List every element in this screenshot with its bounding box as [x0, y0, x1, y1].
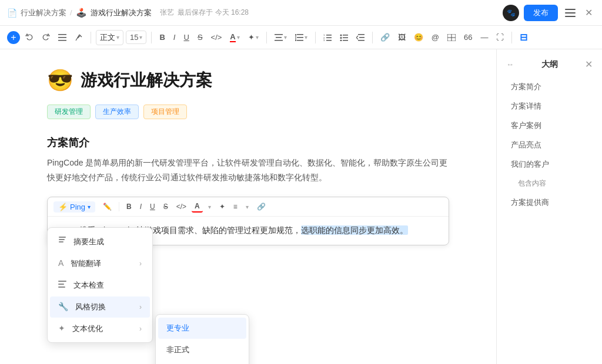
submenu-item-informal[interactable]: 非正式 [158, 339, 246, 360]
svg-rect-31 [59, 239, 65, 240]
inline-align-arrow[interactable]: ▾ [243, 203, 252, 211]
at-button[interactable]: @ [429, 31, 442, 43]
menu-item-style[interactable]: 🔧 风格切换 › [50, 296, 150, 318]
redo-button[interactable] [39, 32, 53, 43]
inline-more[interactable]: ✦ [216, 201, 228, 212]
sidebar-item-provider[interactable]: 方案提供商 [501, 193, 597, 212]
inline-align[interactable]: ≡ [230, 201, 240, 212]
svg-rect-9 [297, 34, 303, 35]
inline-editor-container: ⚡ Ping ▾ ✏️ B I U S </> A ▾ ✦ ≡ ▾ [47, 197, 449, 245]
doc-emoji: 🕹️ [76, 8, 87, 18]
menu-item-translate[interactable]: A 智能翻译 › [50, 253, 150, 274]
inline-underline[interactable]: U [147, 201, 158, 212]
title-bar-right: 🐾 发布 ✕ [503, 5, 595, 21]
emoji-button[interactable]: 😊 [411, 31, 426, 43]
svg-rect-5 [58, 40, 66, 41]
inline-strike[interactable]: S [160, 201, 171, 212]
avatar-icon[interactable]: 🐾 [503, 5, 519, 21]
tag-project[interactable]: 项目管理 [143, 105, 187, 119]
section-title: 方案简介 [47, 136, 449, 150]
tag-productivity[interactable]: 生产效率 [95, 105, 139, 119]
clear-format-button[interactable] [72, 32, 86, 43]
close-button[interactable]: ✕ [583, 5, 595, 21]
image-button[interactable]: 🖼 [395, 31, 409, 43]
svg-rect-18 [343, 35, 348, 36]
sidebar-item-detail[interactable]: 方案详情 [501, 97, 597, 116]
table-button[interactable] [444, 32, 459, 43]
inline-pencil[interactable]: ✏️ [100, 201, 115, 212]
menu-icon[interactable] [563, 6, 578, 19]
inline-brand[interactable]: ⚡ Ping ▾ [53, 201, 95, 213]
inline-code[interactable]: </> [173, 201, 189, 212]
inline-link[interactable]: 🔗 [254, 201, 269, 212]
svg-rect-14 [326, 40, 332, 41]
svg-rect-13 [326, 37, 332, 38]
sidebar-item-intro[interactable]: 方案简介 [501, 77, 597, 96]
size-label: 15 [130, 33, 138, 42]
doc-emoji: 😎 [47, 68, 73, 93]
menu-item-summary[interactable]: 摘要生成 [50, 231, 150, 252]
add-button[interactable]: + [7, 31, 20, 44]
doc-title-breadcrumb[interactable]: 游戏行业解决方案 [91, 8, 152, 18]
sidebar-item-contents[interactable]: 包含内容 [501, 174, 597, 193]
svg-rect-30 [59, 237, 66, 238]
inline-color[interactable]: A [192, 201, 203, 213]
divider-5 [372, 32, 373, 43]
color-button[interactable]: A ▾ [227, 31, 242, 44]
inline-italic[interactable]: I [137, 201, 145, 212]
sidebar-close-button[interactable]: ✕ [585, 59, 593, 70]
more-format-button[interactable]: ✦ ▾ [245, 31, 262, 43]
size-selector[interactable]: 15 ▾ [126, 31, 146, 44]
italic-button[interactable]: I [170, 31, 179, 43]
title-bar: 📄 行业解决方案 / 🕹️ 游戏行业解决方案 张艺 最后保存于 今天 16:28… [0, 0, 602, 26]
inline-toolbar: ⚡ Ping ▾ ✏️ B I U S </> A ▾ ✦ ≡ ▾ [48, 197, 449, 217]
sidebar-item-customers[interactable]: 我们的客户 [501, 155, 597, 174]
sidebar: ↔ 大纲 ✕ 方案简介 方案详情 客户案例 产品亮点 我们的客户 包含内容 方案… [496, 49, 602, 364]
svg-rect-7 [276, 37, 282, 38]
svg-rect-34 [58, 284, 64, 285]
doc-title: 游戏行业解决方案 [81, 69, 212, 92]
indent-button[interactable] [55, 32, 69, 43]
menu-item-style-label: 风格切换 [75, 302, 106, 311]
sidebar-header: ↔ 大纲 ✕ [497, 59, 602, 77]
line-height-button[interactable]: ▾ [292, 32, 310, 43]
code-button[interactable]: </> [208, 31, 225, 43]
inline-color-arrow[interactable]: ▾ [205, 203, 214, 211]
sidebar-item-highlights[interactable]: 产品亮点 [501, 136, 597, 154]
submenu-item-professional[interactable]: 更专业 [158, 318, 246, 339]
breadcrumb-root[interactable]: 行业解决方案 [21, 8, 66, 18]
counter-button[interactable]: 66 [461, 31, 475, 43]
indent-out-button[interactable] [353, 32, 367, 43]
bold-button[interactable]: B [156, 31, 168, 43]
link-button[interactable]: 🔗 [377, 31, 393, 43]
svg-rect-4 [58, 37, 66, 38]
fullscreen-button[interactable]: ⛶ [493, 31, 507, 43]
ordered-list-button[interactable]: 1.2.3. [320, 32, 335, 43]
sidebar-item-cases[interactable]: 客户案例 [501, 116, 597, 135]
svg-rect-1 [565, 12, 576, 14]
submenu-item-direct[interactable]: 更直接 [158, 361, 246, 364]
save-info: 张艺 最后保存于 今天 16:28 [160, 8, 249, 18]
toolbar: + 正文 ▾ 15 ▾ B I U S </> A ▾ ✦ ▾ ▾ ▾ 1.2.… [0, 26, 602, 49]
brand-label: Ping [70, 203, 85, 211]
style-selector[interactable]: 正文 ▾ [96, 30, 123, 45]
svg-rect-19 [343, 37, 348, 38]
outline-toggle-button[interactable]: ⊟ [517, 30, 530, 45]
expand-icon: ↔ [506, 60, 514, 69]
tag-research[interactable]: 研发管理 [47, 105, 91, 119]
strike-button[interactable]: S [195, 31, 206, 43]
divider-6 [511, 32, 512, 43]
undo-button[interactable] [22, 32, 36, 43]
unordered-list-button[interactable] [337, 32, 351, 43]
menu-item-optimize[interactable]: ✦ 文本优化 › [50, 318, 150, 339]
svg-rect-26 [358, 40, 364, 41]
publish-button[interactable]: 发布 [524, 5, 558, 21]
align-button[interactable]: ▾ [272, 32, 290, 43]
menu-item-check[interactable]: 文本检查 [50, 275, 150, 296]
svg-point-23 [340, 39, 342, 41]
svg-point-21 [340, 34, 342, 36]
divider-insert-button[interactable]: — [477, 31, 491, 43]
underline-button[interactable]: U [180, 31, 192, 43]
inline-bold[interactable]: B [123, 201, 135, 212]
svg-rect-3 [58, 34, 66, 35]
